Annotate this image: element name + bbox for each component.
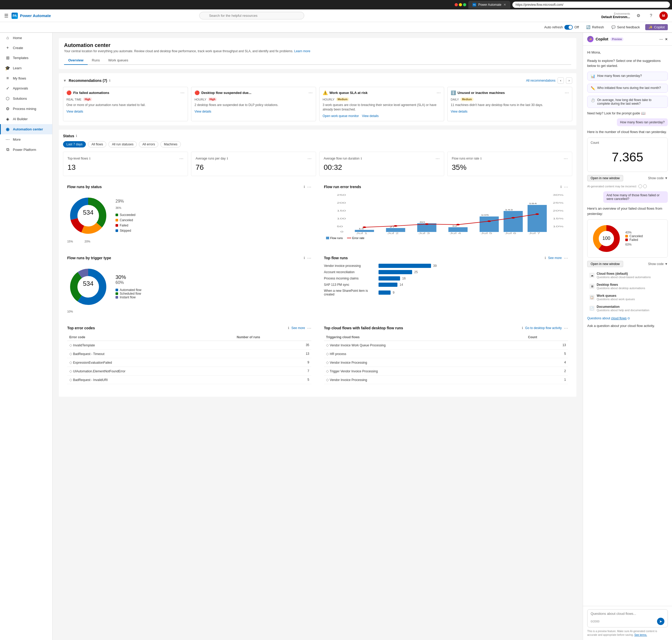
rec-card-more[interactable]: ⋯ <box>437 90 441 95</box>
action-btn-2[interactable]: View details <box>362 114 379 118</box>
sidebar-item-my-flows[interactable]: ≡ My flows <box>0 73 52 83</box>
svg-text:10%: 10% <box>553 225 563 228</box>
action-btn-1[interactable]: Open work queue monitor <box>323 114 359 118</box>
table-row: ◇ HR process 5 <box>324 349 568 358</box>
max-btn[interactable] <box>463 3 466 6</box>
table-row: ◇ ExpressionEvaluationFailed 9 <box>67 358 311 367</box>
action-btn[interactable]: View details <box>195 110 211 113</box>
min-btn[interactable] <box>459 3 462 6</box>
rec-prev-btn[interactable]: ‹ <box>558 77 564 84</box>
rec-next-btn[interactable]: › <box>566 77 572 84</box>
svg-text:13: 13 <box>358 227 364 230</box>
sidebar-item-templates[interactable]: ⊞ Templates <box>0 53 52 63</box>
sidebar-item-power-platform[interactable]: ⧉ Power Platform <box>0 145 52 155</box>
open-new-window-btn[interactable]: Open in new window <box>587 175 623 181</box>
filter-last-7-days[interactable]: Last 7 days <box>63 141 86 147</box>
suggestion-3[interactable]: ⏱️ On average, how long did flows take t… <box>587 96 668 108</box>
thumbs-down[interactable] <box>643 185 647 188</box>
source-cloud-flows[interactable]: ☁ Cloud flows (default) Questions about … <box>587 270 668 280</box>
sidebar-item-approvals[interactable]: ✓ Approvals <box>0 83 52 93</box>
source-documentation[interactable]: 📄 Documentation Questions about help and… <box>587 303 668 313</box>
see-more-errors-btn[interactable]: See more <box>291 326 305 330</box>
search-input[interactable] <box>199 12 304 19</box>
sidebar-item-home[interactable]: ⌂ Home <box>0 33 52 43</box>
all-recommendations-btn[interactable]: All recommendations <box>526 79 556 83</box>
top-flow-runs-title: Top flow runs <box>324 256 348 260</box>
refresh-button[interactable]: 🔄 Refresh <box>584 24 606 30</box>
filter-machines[interactable]: Machines <box>160 141 181 147</box>
close-btn[interactable] <box>455 3 458 6</box>
flow-runs-trigger-card: Flow runs by trigger type ℹ ⋯ 534 <box>63 251 316 317</box>
tcf-more-btn[interactable]: ⋯ <box>564 326 568 331</box>
suggestion-2[interactable]: ✏️ Who initiated flow runs during the la… <box>587 84 668 93</box>
tab-work-queues[interactable]: Work queues <box>104 56 132 65</box>
auto-refresh-state: Off <box>574 25 579 29</box>
svg-text:Jul 6: Jul 6 <box>505 232 516 235</box>
user-avatar[interactable]: M <box>659 12 668 20</box>
table-row: ◇ UIAutomation.ElementNotFoundError 7 <box>67 367 311 375</box>
copilot-input[interactable] <box>591 612 664 615</box>
rec-collapse-icon[interactable]: ▼ <box>63 78 67 83</box>
suggestion-1[interactable]: 📊 How many flows ran yesterday? <box>587 72 668 81</box>
copilot-footer-msg: Ask a question about your cloud flow act… <box>587 323 668 329</box>
action-btn[interactable]: View details <box>67 110 83 113</box>
send-button[interactable]: ➤ <box>657 618 664 625</box>
fet-more-btn[interactable]: ⋯ <box>564 185 568 189</box>
sidebar-item-solutions[interactable]: ⬡ Solutions <box>0 93 52 104</box>
legend-canceled: Canceled <box>115 218 135 222</box>
frt-more-btn[interactable]: ⋯ <box>307 256 311 261</box>
address-bar[interactable]: https://preview.flow.microsoft.com/ <box>512 2 670 8</box>
more-icon: ⋯ <box>5 137 10 142</box>
hamburger-menu[interactable]: ☰ <box>4 13 9 19</box>
copilot-icon: ✨ <box>587 36 594 42</box>
env-display[interactable]: Environments Default Environm... <box>601 12 630 19</box>
copilot-more-btn[interactable]: ⋯ <box>659 37 663 41</box>
feedback-button[interactable]: 💬 Send feedback <box>609 24 642 30</box>
sidebar-item-process-mining[interactable]: ⚙ Process mining <box>0 104 52 114</box>
sidebar-item-learn[interactable]: 🎓 Learn <box>0 63 52 73</box>
svg-rect-19 <box>448 227 468 232</box>
action-btn[interactable]: View details <box>451 110 468 113</box>
settings-icon[interactable]: ⚙ <box>634 12 643 20</box>
filter-all-run-statuses[interactable]: All run statuses <box>109 141 137 147</box>
sidebar-item-more[interactable]: ⋯ More <box>0 134 52 145</box>
my-flows-icon: ≡ <box>5 76 10 81</box>
copilot-button[interactable]: ✨ Copilot <box>645 24 668 30</box>
help-icon[interactable]: ? <box>647 12 655 20</box>
tfr-more-btn[interactable]: ⋯ <box>564 256 568 261</box>
learn-more-link[interactable]: Learn more <box>294 49 310 53</box>
see-more-flows-btn[interactable]: See more <box>548 256 562 260</box>
page-desc-text: Your central location for everything you… <box>64 49 294 53</box>
see-terms-link[interactable]: See terms. <box>634 634 647 636</box>
copilot-close-btn[interactable]: ✕ <box>665 37 668 41</box>
go-to-desktop-btn[interactable]: Go to desktop flow activity <box>525 326 562 330</box>
rec-card-more[interactable]: ⋯ <box>180 90 185 95</box>
browser-tab[interactable]: PA Power Automate ✕ <box>468 1 510 9</box>
frs-more-btn[interactable]: ⋯ <box>307 185 311 189</box>
sidebar-item-create[interactable]: + Create <box>0 43 52 53</box>
open-new-window-btn-2[interactable]: Open in new window <box>587 261 623 267</box>
tab-runs[interactable]: Runs <box>88 56 104 65</box>
filter-all-errors[interactable]: All errors <box>139 141 158 147</box>
tab-close[interactable]: ✕ <box>503 3 506 6</box>
auto-refresh-toggle[interactable]: Auto refresh Off <box>542 24 581 31</box>
svg-text:534: 534 <box>83 280 94 287</box>
show-code-btn[interactable]: Show code ▼ <box>648 176 668 180</box>
thumbs-up[interactable] <box>639 185 642 188</box>
tab-favicon: PA <box>472 3 476 6</box>
tab-overview[interactable]: Overview <box>64 56 88 65</box>
fet-info-icon: ℹ <box>560 185 562 189</box>
toggle-switch[interactable] <box>564 25 573 30</box>
recommendation-card: 🔴 Fix failed automations ⋯ REAL TIME Hig… <box>63 87 188 121</box>
sidebar-item-ai-builder[interactable]: ◈ AI Builder <box>0 114 52 124</box>
rec-card-more[interactable]: ⋯ <box>309 90 313 95</box>
source-desktop-flows[interactable]: 🖥 Desktop flows Questions about desktop … <box>587 281 668 291</box>
tec-more-btn[interactable]: ⋯ <box>307 326 311 331</box>
questions-link[interactable]: Questions about cloud flows ⊙ <box>587 317 668 320</box>
rec-card-more[interactable]: ⋯ <box>564 90 569 95</box>
source-work-queues[interactable]: 📋 Work queues Questions about work queue… <box>587 292 668 302</box>
sidebar-item-automation-center[interactable]: ◉ Automation center <box>0 124 52 134</box>
source-items: ☁ Cloud flows (default) Questions about … <box>587 270 668 313</box>
show-code-btn-2[interactable]: Show code ▼ <box>648 262 668 266</box>
filter-all-flows[interactable]: All flows <box>88 141 106 147</box>
